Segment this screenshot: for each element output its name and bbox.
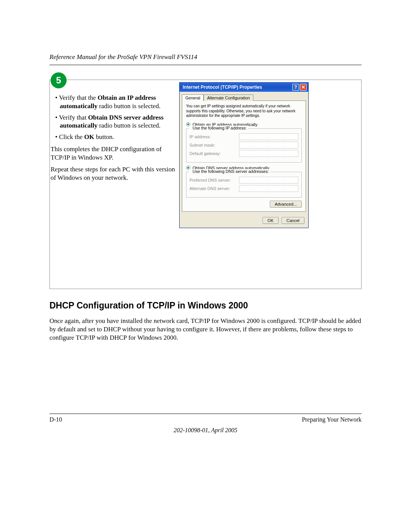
footer-rule <box>49 414 362 414</box>
radio-label: Use the following IP address: <box>193 126 247 130</box>
step-number-badge: 5 <box>51 72 67 88</box>
page-footer: D-10 Preparing Your Network 202-10098-01… <box>49 411 362 434</box>
dialog-tabs: General Alternate Configuration <box>180 92 308 101</box>
field-label: Default gateway: <box>190 151 239 156</box>
running-header: Reference Manual for the ProSafe VPN Fir… <box>49 53 362 61</box>
bullet-item: Click the OK button. <box>60 133 176 141</box>
page-number: D-10 <box>49 416 62 423</box>
tab-alternate-configuration[interactable]: Alternate Configuration <box>204 94 253 101</box>
subnet-mask-field[interactable]: ... <box>239 142 298 149</box>
step-layout: 5 Verify that the Obtain an IP address a… <box>49 80 362 289</box>
dialog-button-row: OK Cancel <box>180 214 308 228</box>
advanced-row: Advanced... <box>186 201 302 208</box>
default-gateway-row: Default gateway: ... <box>190 150 298 157</box>
header-rule <box>49 65 362 65</box>
ip-address-field[interactable]: ... <box>239 133 298 140</box>
text: Verify that the <box>59 94 98 101</box>
field-label: IP address: <box>190 134 239 139</box>
section-heading: DHCP Configuration of TCP/IP in Windows … <box>49 300 362 311</box>
alternate-dns-field[interactable]: ... <box>239 185 298 192</box>
text: radio button is selected. <box>97 102 161 110</box>
ip-address-row: IP address: ... <box>190 133 298 140</box>
cancel-button[interactable]: Cancel <box>282 217 304 224</box>
close-icon[interactable]: ✕ <box>300 84 307 91</box>
preferred-dns-field[interactable]: ... <box>239 177 298 184</box>
field-label: Alternate DNS server: <box>190 186 239 191</box>
tcpip-properties-dialog: Internet Protocol (TCP/IP) Properties ? … <box>179 82 309 228</box>
document-id: 202-10098-01, April 2005 <box>49 427 362 434</box>
default-gateway-field[interactable]: ... <box>239 150 298 157</box>
text: Verify that <box>59 114 88 121</box>
dialog-titlebar[interactable]: Internet Protocol (TCP/IP) Properties ? … <box>180 83 308 92</box>
footer-section-name: Preparing Your Network <box>302 416 362 423</box>
text: Click the <box>59 133 84 141</box>
paragraph: This completes the DHCP configuration of… <box>50 145 178 162</box>
ok-button[interactable]: OK <box>263 217 279 224</box>
section-body: Once again, after you have installed the… <box>49 317 362 342</box>
tab-general[interactable]: General <box>182 94 204 101</box>
dialog-intro-text: You can get IP settings assigned automat… <box>186 104 302 118</box>
static-ip-group: Use the following IP address: IP address… <box>186 128 302 163</box>
bullet-list: Verify that the Obtain an IP address aut… <box>50 94 178 141</box>
subnet-mask-row: Subnet mask: ... <box>190 142 298 149</box>
text: radio button is selected. <box>97 122 161 129</box>
instruction-column: 5 Verify that the Obtain an IP address a… <box>50 80 178 289</box>
paragraph: Repeat these steps for each PC with this… <box>50 165 178 182</box>
document-page: Reference Manual for the ProSafe VPN Fir… <box>49 53 362 342</box>
bold-text: OK <box>84 133 94 141</box>
preferred-dns-row: Preferred DNS server: ... <box>190 177 298 184</box>
field-label: Subnet mask: <box>190 143 239 147</box>
bullet-item: Verify that Obtain DNS server address au… <box>60 113 176 130</box>
field-label: Preferred DNS server: <box>190 178 239 182</box>
dialog-title: Internet Protocol (TCP/IP) Properties <box>183 85 292 90</box>
screenshot-column: Internet Protocol (TCP/IP) Properties ? … <box>178 80 361 289</box>
radio-label: Use the following DNS server addresses: <box>193 169 269 174</box>
alternate-dns-row: Alternate DNS server: ... <box>190 185 298 192</box>
bullet-item: Verify that the Obtain an IP address aut… <box>60 94 176 110</box>
advanced-button[interactable]: Advanced... <box>270 201 302 208</box>
help-icon[interactable]: ? <box>292 84 299 91</box>
static-dns-group: Use the following DNS server addresses: … <box>186 172 302 198</box>
dialog-panel: You can get IP settings assigned automat… <box>182 101 306 212</box>
text: button. <box>94 133 114 141</box>
